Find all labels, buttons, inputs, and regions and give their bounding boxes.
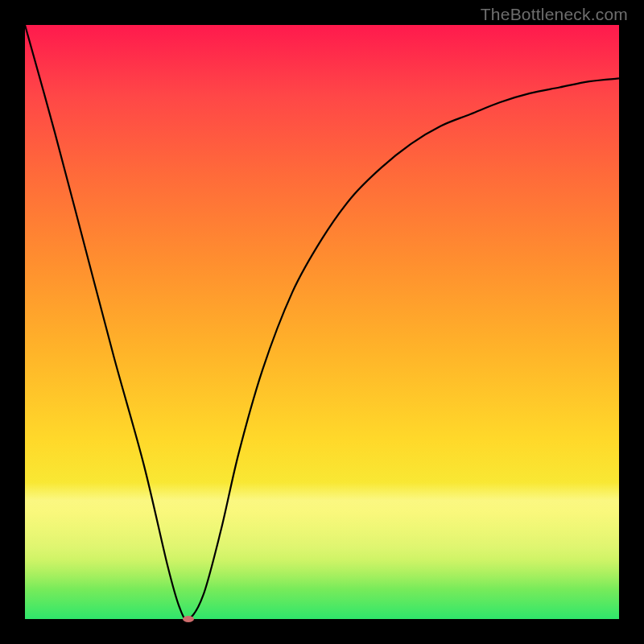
- plot-area: [25, 25, 619, 619]
- curve-layer: [25, 25, 619, 619]
- bottleneck-curve: [25, 25, 619, 620]
- watermark-text: TheBottleneck.com: [481, 5, 628, 24]
- chart-frame: TheBottleneck.com: [0, 0, 644, 644]
